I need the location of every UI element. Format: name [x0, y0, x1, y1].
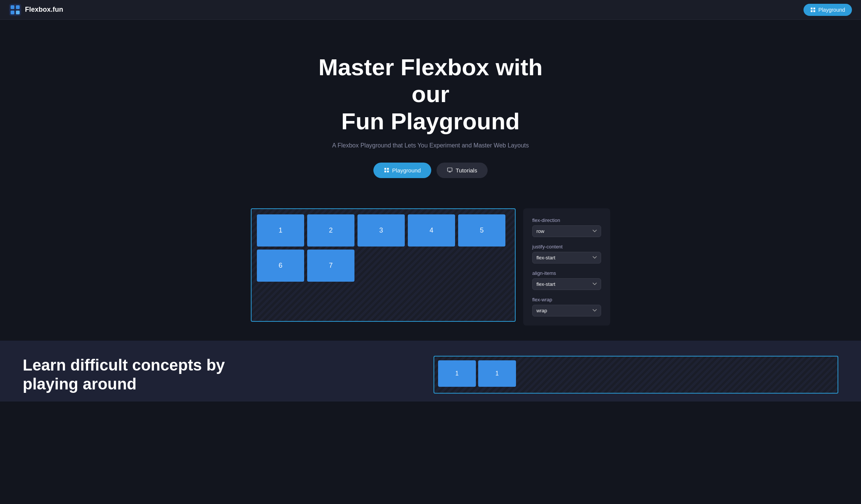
- hero-section: Master Flexbox with our Fun Playground A…: [0, 20, 861, 201]
- svg-rect-1: [11, 5, 14, 9]
- hero-playground-button[interactable]: Playground: [373, 163, 432, 178]
- logo-icon: [9, 4, 21, 16]
- control-row-flex-wrap: flex-wrapnowrapwrapwrap-reverse: [532, 297, 601, 316]
- controls-panel: flex-directionrowrow-reversecolumncolumn…: [523, 208, 610, 326]
- svg-rect-10: [387, 168, 389, 170]
- hero-heading: Master Flexbox with our Fun Playground: [298, 54, 563, 135]
- learn-heading-line2: playing around: [23, 375, 137, 393]
- control-select-align-items[interactable]: flex-startflex-endcenterbaselinestretch: [532, 278, 601, 290]
- svg-rect-12: [387, 171, 389, 172]
- svg-rect-8: [813, 10, 815, 12]
- svg-rect-5: [811, 8, 813, 9]
- control-select-flex-wrap[interactable]: nowrapwrapwrap-reverse: [532, 305, 601, 316]
- playground-icon: [810, 7, 816, 12]
- svg-rect-3: [11, 11, 14, 14]
- learn-flex-item: 1: [438, 360, 476, 387]
- flex-item: 7: [307, 250, 354, 282]
- flex-item: 1: [257, 214, 304, 247]
- control-label-justify-content: justify-content: [532, 244, 601, 250]
- flexbox-container: 1234567: [251, 208, 516, 322]
- demo-section: 1234567 flex-directionrowrow-reversecolu…: [0, 201, 861, 341]
- hero-buttons: Playground Tutorials: [8, 163, 853, 178]
- learn-section: Learn difficult concepts by playing arou…: [0, 341, 861, 402]
- flex-item: 4: [408, 214, 455, 247]
- learn-heading-line1: Learn difficult concepts by: [23, 356, 225, 374]
- svg-rect-2: [16, 5, 20, 9]
- control-row-flex-direction: flex-directionrowrow-reversecolumncolumn…: [532, 217, 601, 237]
- playground-btn-icon: [384, 167, 389, 173]
- svg-rect-11: [384, 171, 386, 172]
- svg-rect-6: [813, 8, 815, 9]
- svg-rect-13: [448, 168, 452, 171]
- svg-rect-4: [16, 11, 20, 14]
- hero-playground-label: Playground: [392, 167, 421, 174]
- nav-playground-button[interactable]: Playground: [803, 4, 852, 16]
- hero-tutorials-button[interactable]: Tutorials: [437, 163, 488, 178]
- svg-rect-7: [811, 10, 813, 12]
- nav-playground-label: Playground: [818, 7, 845, 13]
- control-select-flex-direction[interactable]: rowrow-reversecolumncolumn-reverse: [532, 225, 601, 237]
- navbar: Flexbox.fun Playground: [0, 0, 861, 20]
- control-label-flex-wrap: flex-wrap: [532, 297, 601, 302]
- flex-item: 2: [307, 214, 354, 247]
- learn-heading: Learn difficult concepts by playing arou…: [23, 356, 418, 394]
- learn-text: Learn difficult concepts by playing arou…: [23, 356, 418, 394]
- control-row-justify-content: justify-contentflex-startflex-endcenters…: [532, 244, 601, 264]
- hero-heading-line2: Fun Playground: [341, 108, 520, 134]
- learn-flex-item: 1: [478, 360, 516, 387]
- hero-tutorials-label: Tutorials: [455, 167, 477, 174]
- logo[interactable]: Flexbox.fun: [9, 4, 63, 16]
- svg-rect-9: [384, 168, 386, 170]
- flex-item: 6: [257, 250, 304, 282]
- tutorials-btn-icon: [447, 167, 452, 173]
- control-row-align-items: align-itemsflex-startflex-endcenterbasel…: [532, 270, 601, 290]
- learn-flex-wrapper: 11: [434, 356, 838, 394]
- hero-heading-line1: Master Flexbox with our: [319, 54, 543, 107]
- control-select-justify-content[interactable]: flex-startflex-endcenterspace-betweenspa…: [532, 252, 601, 264]
- control-label-align-items: align-items: [532, 270, 601, 276]
- flex-item: 5: [458, 214, 505, 247]
- nav-logo-text: Flexbox.fun: [25, 6, 63, 14]
- control-label-flex-direction: flex-direction: [532, 217, 601, 223]
- flex-item: 3: [357, 214, 405, 247]
- hero-subtitle: A Flexbox Playground that Lets You Exper…: [8, 142, 853, 149]
